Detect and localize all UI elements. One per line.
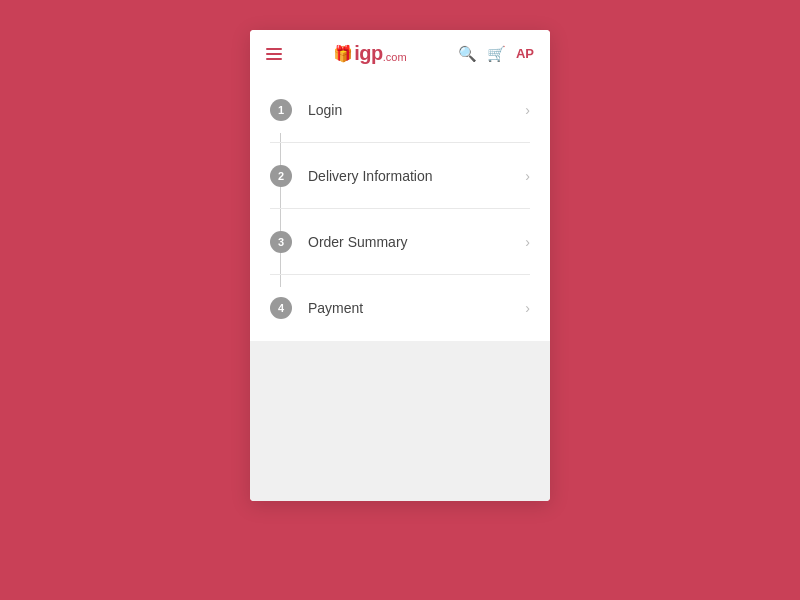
step-label-payment: Payment [308,300,363,316]
phone-container: 🎁 igp .com 🔍 🛒 AP 1 Login › 2 Delivery I… [250,30,550,501]
step-payment[interactable]: 4 Payment › [250,275,550,341]
step-number-4: 4 [270,297,292,319]
chevron-right-icon-4: › [525,300,530,316]
steps-container: 1 Login › 2 Delivery Information › 3 Ord… [250,77,550,341]
bottom-section [250,341,550,501]
logo-brand-text: igp [354,42,383,65]
logo[interactable]: 🎁 igp .com [333,42,406,65]
step-number-3: 3 [270,231,292,253]
step-label-order-summary: Order Summary [308,234,408,250]
cart-icon[interactable]: 🛒 [487,45,506,63]
menu-icon[interactable] [266,48,282,60]
step-number-1: 1 [270,99,292,121]
step-delivery-information[interactable]: 2 Delivery Information › [250,143,550,209]
header-left [266,48,282,60]
step-label-delivery: Delivery Information [308,168,433,184]
header-right: 🔍 🛒 AP [458,45,534,63]
step-label-login: Login [308,102,342,118]
search-icon[interactable]: 🔍 [458,45,477,63]
header: 🎁 igp .com 🔍 🛒 AP [250,30,550,77]
logo-com-text: .com [383,51,407,63]
step-login[interactable]: 1 Login › [250,77,550,143]
user-avatar[interactable]: AP [516,46,534,61]
chevron-right-icon-1: › [525,102,530,118]
chevron-right-icon-3: › [525,234,530,250]
steps-wrapper: 1 Login › 2 Delivery Information › 3 Ord… [250,77,550,341]
step-order-summary[interactable]: 3 Order Summary › [250,209,550,275]
step-number-2: 2 [270,165,292,187]
logo-gift-icon: 🎁 [333,44,353,63]
chevron-right-icon-2: › [525,168,530,184]
